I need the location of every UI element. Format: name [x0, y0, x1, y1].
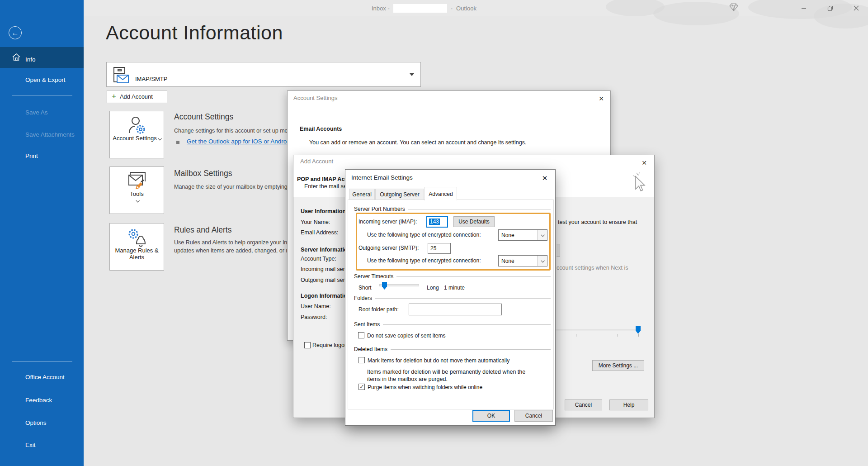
section-heading: Rules and Alerts	[174, 225, 231, 235]
user-name-label: User Name:	[301, 303, 331, 309]
dialog-title: Account Settings	[293, 95, 338, 101]
root-folder-input[interactable]	[409, 304, 502, 315]
slider-tick	[618, 334, 618, 337]
sidebar-item-print[interactable]: Print	[25, 152, 38, 159]
restore-button[interactable]	[824, 2, 836, 14]
page-title: Account Information	[106, 22, 283, 44]
sidebar-item-info[interactable]: Info	[25, 56, 36, 63]
sidebar-item-office-account[interactable]: Office Account	[25, 374, 65, 380]
sidebar-item-options[interactable]: Options	[25, 419, 47, 426]
account-type-icon	[111, 67, 129, 86]
section-body: Use Rules and Alerts to help organize yo…	[174, 239, 305, 246]
mark-deletion-label: Mark items for deletion but do not move …	[368, 357, 509, 364]
dialog-title: Add Account	[300, 158, 333, 165]
timeout-long-label: Long	[427, 285, 439, 291]
offline-mail-slider-thumb[interactable]	[636, 326, 641, 334]
sidebar-item-feedback[interactable]: Feedback	[25, 397, 52, 404]
tools-icon	[127, 171, 147, 190]
tools-card[interactable]: Tools	[109, 166, 164, 214]
deletion-note: items in the mailbox are purged.	[367, 376, 448, 382]
incoming-encryption-dropdown[interactable]: None	[498, 229, 547, 241]
email-accounts-heading: Email Accounts	[300, 126, 342, 132]
outgoing-port-input[interactable]: 25	[428, 243, 451, 254]
mark-deletion-checkbox[interactable]	[359, 357, 365, 363]
use-defaults-button[interactable]: Use Defaults	[453, 216, 495, 227]
tab-general[interactable]: General	[349, 189, 375, 200]
close-icon[interactable]: ✕	[540, 173, 550, 183]
logon-information-label: Logon Information	[301, 293, 350, 299]
back-button[interactable]: ←	[9, 26, 22, 39]
account-selector-value: IMAP/SMTP	[135, 76, 168, 82]
close-icon[interactable]: ✕	[597, 94, 606, 103]
group-server-port-numbers: Server Port Numbers	[354, 206, 551, 212]
sidebar-divider	[12, 95, 72, 95]
outgoing-encryption-dropdown[interactable]: None	[498, 255, 547, 266]
group-caption: Server Port Numbers	[354, 206, 405, 212]
sidebar-divider	[12, 361, 72, 361]
outgoing-encryption-label: Use the following type of encrypted conn…	[367, 257, 481, 264]
selected-text: 143	[429, 219, 440, 225]
dropdown-value: None	[501, 232, 514, 238]
window-title: Inbox - - Outlook	[372, 4, 476, 13]
watermark-cloud	[653, 2, 739, 25]
group-deleted-items: Deleted Items	[354, 346, 551, 352]
password-label: Password:	[301, 314, 327, 320]
root-folder-label: Root folder path:	[359, 306, 399, 313]
purge-items-checkbox[interactable]	[359, 384, 365, 390]
dropdown-value: None	[501, 258, 514, 264]
account-selector-dropdown[interactable]: IMAP/SMTP	[106, 62, 421, 87]
cancel-button[interactable]: Cancel	[514, 410, 553, 422]
close-button[interactable]	[850, 2, 862, 14]
titlebar: Inbox - - Outlook	[0, 0, 868, 16]
sidebar-item-save-attachments: Save Attachments	[25, 131, 75, 138]
dialog-title: Internet Email Settings	[351, 174, 413, 181]
add-account-label: Add Account	[120, 93, 153, 100]
get-outlook-app-link[interactable]: Get the Outlook app for iOS or Android.	[187, 138, 293, 145]
close-icon[interactable]: ✕	[640, 158, 649, 167]
chevron-down-icon	[537, 230, 547, 240]
tab-advanced[interactable]: Advanced	[425, 187, 457, 200]
card-label: Account Settings	[113, 135, 161, 142]
group-caption: Sent Items	[354, 321, 380, 328]
slider-tick	[576, 334, 576, 337]
group-caption: Deleted Items	[354, 346, 387, 352]
backstage-sidebar: ← Info Open & Export Save As Save Attach…	[0, 0, 84, 466]
card-label: Tools	[130, 190, 143, 197]
cancel-button[interactable]: Cancel	[565, 399, 602, 410]
sidebar-item-exit[interactable]: Exit	[25, 442, 36, 448]
rules-alerts-icon	[127, 228, 147, 247]
section-heading: Mailbox Settings	[174, 169, 232, 178]
timeout-value: 1 minute	[444, 285, 465, 291]
window-title-app: Outlook	[456, 5, 476, 12]
help-button[interactable]: Help	[609, 399, 648, 410]
outlook-window: Inbox - - Outlook ←	[0, 0, 868, 466]
add-account-button[interactable]: + Add Account	[107, 90, 167, 103]
group-server-timeouts: Server Timeouts	[354, 273, 551, 280]
require-spa-checkbox[interactable]	[304, 342, 311, 348]
purge-items-label: Purge items when switching folders while…	[368, 384, 482, 390]
slider-tick	[638, 334, 639, 337]
minimize-button[interactable]	[798, 2, 810, 14]
dropdown-caret-icon	[410, 73, 414, 76]
sidebar-item-open-export[interactable]: Open & Export	[25, 76, 66, 83]
group-caption: Server Timeouts	[354, 273, 393, 280]
incoming-port-input[interactable]: 143	[426, 216, 448, 228]
mouse-cursor	[632, 172, 647, 197]
group-sent-items: Sent Items	[354, 321, 551, 328]
incoming-server-label: Incoming server (IMAP):	[359, 219, 417, 225]
autotest-text: ccount settings when Next is	[557, 265, 628, 271]
sidebar-item-save-as: Save As	[25, 109, 48, 116]
email-address-label: Email Address:	[301, 229, 338, 236]
sent-items-checkbox[interactable]	[358, 332, 364, 338]
account-settings-icon	[127, 116, 147, 135]
gem-icon	[729, 3, 739, 14]
ok-button[interactable]: OK	[472, 410, 510, 422]
bullet-icon	[176, 141, 179, 144]
account-settings-card[interactable]: Account Settings	[109, 111, 164, 158]
more-settings-button[interactable]: More Settings ...	[592, 360, 644, 371]
tab-outgoing-server[interactable]: Outgoing Server	[375, 189, 424, 200]
test-account-settings-button[interactable]	[557, 244, 560, 257]
section-heading: Account Settings	[174, 112, 233, 122]
redacted-account-name	[393, 4, 447, 13]
manage-rules-card[interactable]: Manage Rules & Alerts	[109, 223, 164, 271]
